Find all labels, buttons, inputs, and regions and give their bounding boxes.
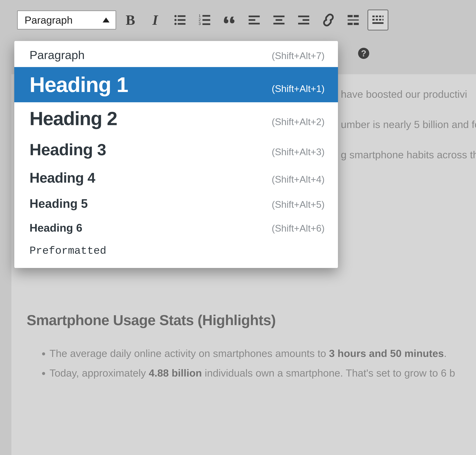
- format-option-label: Preformatted: [30, 245, 106, 257]
- list-item: The average daily online activity on sma…: [49, 344, 476, 363]
- format-option-label: Heading 4: [30, 170, 95, 186]
- svg-rect-12: [249, 16, 260, 17]
- align-center-button[interactable]: [268, 9, 290, 31]
- list-item-text: The average daily online activity on sma…: [49, 348, 329, 359]
- numbered-list-button[interactable]: 1 2 3: [194, 9, 215, 31]
- bullet-list: The average daily online activity on sma…: [27, 344, 476, 383]
- svg-rect-34: [372, 22, 383, 24]
- svg-rect-17: [274, 23, 284, 24]
- svg-rect-18: [298, 16, 309, 17]
- bold-icon: B: [126, 12, 135, 28]
- format-option-label: Paragraph: [30, 48, 85, 62]
- format-dropdown-menu: Paragraph(Shift+Alt+7)Heading 1(Shift+Al…: [14, 41, 338, 268]
- list-item-text: .: [444, 348, 447, 359]
- list-item-bold: 3 hours and 50 minutes: [329, 348, 444, 359]
- svg-rect-21: [348, 15, 353, 17]
- format-option-label: Heading 3: [30, 140, 106, 159]
- svg-rect-29: [382, 16, 383, 17]
- align-left-button[interactable]: [244, 9, 265, 31]
- list-item-text: individuals own a smartphone. That's set…: [202, 367, 455, 379]
- caret-up-icon: [103, 17, 109, 23]
- paragraph-text: umber is nearly 5 billion and fo: [341, 119, 476, 130]
- bulleted-list-icon: [173, 13, 186, 27]
- svg-rect-20: [298, 23, 309, 24]
- align-right-icon: [297, 13, 310, 27]
- svg-rect-14: [249, 23, 260, 24]
- align-center-icon: [272, 13, 286, 27]
- format-option-h3[interactable]: Heading 3(Shift+Alt+3): [14, 135, 338, 164]
- format-option-shortcut: (Shift+Alt+4): [272, 174, 325, 185]
- italic-button[interactable]: I: [145, 9, 166, 31]
- list-item: Today, approximately 4.88 billion indivi…: [49, 363, 476, 383]
- format-option-label: Heading 5: [30, 196, 88, 211]
- format-option-label: Heading 6: [30, 221, 82, 234]
- svg-rect-28: [379, 16, 381, 17]
- format-option-h6[interactable]: Heading 6(Shift+Alt+6): [14, 216, 338, 239]
- toolbar: Paragraph B I 1 2 3: [8, 8, 476, 32]
- format-option-label: Heading 2: [30, 108, 117, 130]
- svg-rect-32: [379, 19, 381, 21]
- svg-rect-3: [178, 19, 186, 21]
- link-icon: [322, 13, 335, 27]
- heading-2: Smartphone Usage Stats (Highlights): [27, 312, 476, 328]
- format-option-shortcut: (Shift+Alt+3): [272, 146, 325, 157]
- bulleted-list-button[interactable]: [169, 9, 190, 31]
- svg-rect-23: [348, 19, 359, 21]
- svg-text:?: ?: [361, 49, 366, 58]
- align-right-button[interactable]: [293, 9, 314, 31]
- svg-rect-11: [202, 24, 210, 25]
- svg-rect-7: [202, 15, 210, 17]
- svg-rect-24: [348, 23, 353, 25]
- svg-rect-22: [354, 15, 359, 17]
- format-option-h2[interactable]: Heading 2(Shift+Alt+2): [14, 102, 338, 135]
- format-option-shortcut: (Shift+Alt+1): [272, 83, 325, 94]
- paragraph-text: have boosted our productivi: [341, 88, 467, 100]
- format-option-h1[interactable]: Heading 1(Shift+Alt+1): [14, 67, 338, 102]
- svg-rect-13: [249, 19, 255, 21]
- format-option-h5[interactable]: Heading 5(Shift+Alt+5): [14, 191, 338, 216]
- format-option-h4[interactable]: Heading 4(Shift+Alt+4): [14, 164, 338, 191]
- paragraph-text: g smartphone habits across th: [341, 149, 476, 160]
- svg-rect-15: [274, 16, 284, 17]
- svg-point-4: [174, 23, 177, 25]
- format-option-shortcut: (Shift+Alt+7): [272, 50, 325, 61]
- svg-rect-30: [372, 19, 375, 21]
- bold-button[interactable]: B: [120, 9, 141, 31]
- svg-rect-16: [276, 19, 282, 21]
- format-option-shortcut: (Shift+Alt+6): [272, 223, 325, 234]
- insert-link-button[interactable]: [318, 9, 339, 31]
- svg-rect-25: [354, 23, 359, 25]
- svg-text:2: 2: [199, 18, 201, 22]
- blockquote-button[interactable]: [219, 9, 240, 31]
- read-more-icon: [347, 13, 360, 27]
- quote-icon: [223, 13, 236, 27]
- list-item-bold: 4.88 billion: [149, 367, 202, 379]
- insert-more-button[interactable]: [343, 9, 364, 31]
- format-option-paragraph[interactable]: Paragraph(Shift+Alt+7): [14, 43, 338, 67]
- italic-icon: I: [153, 12, 158, 28]
- help-button[interactable]: ?: [356, 46, 371, 61]
- svg-rect-27: [376, 16, 378, 17]
- align-left-icon: [248, 13, 261, 27]
- svg-rect-1: [178, 15, 186, 17]
- svg-rect-33: [382, 19, 383, 21]
- svg-point-0: [174, 15, 177, 17]
- svg-point-2: [174, 19, 177, 21]
- format-option-shortcut: (Shift+Alt+5): [272, 199, 325, 210]
- svg-rect-31: [376, 19, 378, 21]
- svg-rect-9: [202, 19, 210, 21]
- numbered-list-icon: 1 2 3: [198, 13, 211, 27]
- svg-text:1: 1: [199, 14, 201, 18]
- svg-rect-5: [178, 23, 186, 25]
- help-icon: ?: [358, 47, 370, 59]
- format-option-shortcut: (Shift+Alt+2): [272, 116, 325, 127]
- format-dropdown-label: Paragraph: [24, 14, 73, 26]
- format-dropdown-toggle[interactable]: Paragraph: [17, 10, 116, 30]
- toolbar-toggle-button[interactable]: [367, 9, 388, 31]
- svg-rect-19: [303, 19, 309, 21]
- list-item-text: Today, approximately: [49, 367, 149, 379]
- format-option-pre[interactable]: Preformatted: [14, 239, 338, 262]
- format-option-label: Heading 1: [30, 72, 128, 97]
- svg-text:3: 3: [199, 22, 201, 26]
- keyboard-icon: [371, 13, 385, 27]
